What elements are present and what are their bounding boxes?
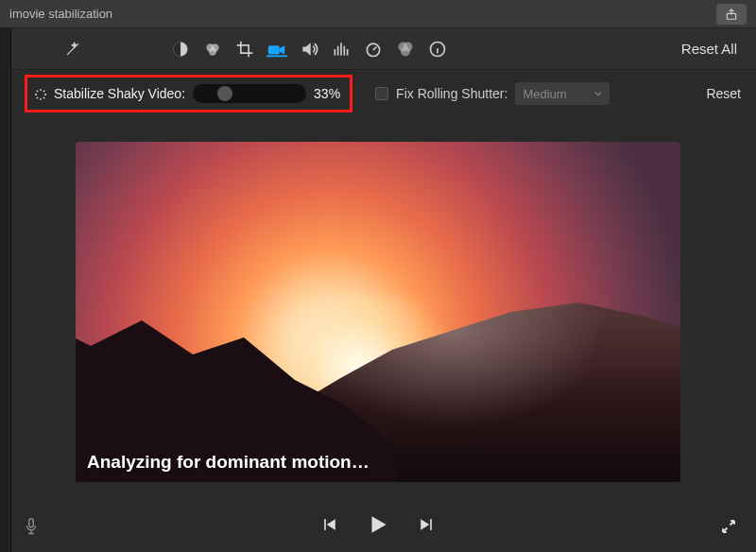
color-balance-icon[interactable]: [164, 34, 197, 64]
video-preview[interactable]: Analyzing for dominant motion…: [76, 142, 680, 482]
svg-rect-6: [266, 55, 287, 57]
dropdown-value: Medium: [523, 87, 566, 101]
rolling-shutter-checkbox[interactable]: [375, 87, 388, 100]
stabilization-controls: Stabilize Shaky Video: 33% Fix Rolling S…: [0, 70, 756, 117]
inspector-toolbar: Reset All: [0, 28, 756, 70]
color-filter-icon[interactable]: [389, 34, 421, 64]
window-title: imovie stabilization: [9, 7, 112, 21]
stabilize-spinner-icon: [33, 87, 46, 100]
titlebar: imovie stabilization: [0, 0, 756, 28]
svg-point-4: [209, 47, 216, 55]
play-button[interactable]: [366, 512, 390, 537]
prev-frame-button[interactable]: [320, 515, 339, 534]
fullscreen-icon[interactable]: [720, 518, 737, 535]
rolling-shutter-dropdown[interactable]: Medium: [515, 82, 610, 105]
svg-rect-7: [335, 49, 336, 56]
svg-rect-11: [347, 49, 349, 56]
reset-all-button[interactable]: Reset All: [681, 41, 737, 57]
crop-icon[interactable]: [229, 34, 261, 64]
stabilize-label: Stabilize Shaky Video:: [54, 86, 185, 101]
rolling-shutter-group: Fix Rolling Shutter: Medium: [375, 82, 610, 105]
next-frame-button[interactable]: [417, 515, 436, 534]
svg-rect-17: [324, 519, 326, 530]
color-correction-icon[interactable]: [197, 34, 229, 64]
sidebar-strip: [0, 28, 11, 552]
svg-point-12: [367, 43, 379, 56]
stabilize-percent: 33%: [314, 86, 340, 101]
share-button[interactable]: [716, 4, 747, 25]
noise-eq-icon[interactable]: [325, 34, 357, 64]
svg-point-15: [401, 46, 410, 56]
analysis-status-text: Analyzing for dominant motion…: [87, 452, 369, 473]
playback-bar: [0, 497, 756, 552]
microphone-icon[interactable]: [23, 516, 40, 537]
stabilization-icon[interactable]: [261, 34, 293, 64]
stabilize-highlight: Stabilize Shaky Video: 33%: [25, 75, 352, 112]
svg-rect-18: [430, 519, 432, 530]
speed-icon[interactable]: [357, 34, 389, 64]
svg-rect-8: [337, 45, 339, 55]
reset-button[interactable]: Reset: [706, 86, 741, 101]
rolling-shutter-label: Fix Rolling Shutter:: [396, 86, 507, 101]
magic-wand-icon[interactable]: [57, 34, 89, 64]
stabilize-slider[interactable]: [193, 84, 306, 103]
svg-rect-9: [340, 43, 342, 55]
chevron-down-icon: [594, 90, 602, 97]
svg-rect-10: [344, 45, 346, 55]
volume-icon[interactable]: [293, 34, 325, 64]
info-icon[interactable]: [421, 34, 454, 64]
svg-rect-5: [268, 45, 280, 54]
svg-rect-19: [29, 519, 34, 527]
